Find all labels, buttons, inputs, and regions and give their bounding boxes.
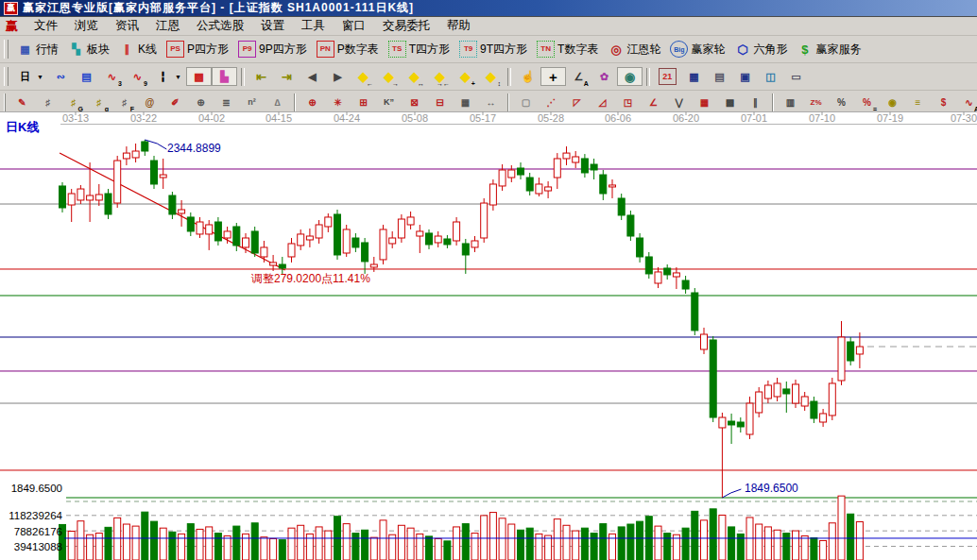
escape-box-tool[interactable]: ◳ xyxy=(615,93,641,111)
z-percent-tool[interactable]: Z% xyxy=(803,93,829,111)
candle xyxy=(746,397,753,439)
k-note-tool[interactable]: K” xyxy=(376,93,402,111)
gann-flower-button[interactable]: ✿ xyxy=(591,67,617,86)
stamp-tool[interactable]: ✐ xyxy=(163,93,188,111)
gann-grid-tool[interactable]: ♯ xyxy=(35,93,60,111)
menu-item-资讯[interactable]: 资讯 xyxy=(107,17,147,35)
sectors-button[interactable]: ▚板块 xyxy=(63,40,114,59)
network-button[interactable]: ◫ xyxy=(758,67,783,86)
shift-left-button[interactable]: ◆← xyxy=(351,67,376,86)
candle-style-dropdown[interactable]: ╏▼ xyxy=(150,67,186,86)
save-button[interactable]: ▣ xyxy=(732,67,758,86)
kline-chart-area[interactable]: 03-1303-2204-0204-1504-2405-0805-1705-28… xyxy=(0,111,977,560)
calculator-button[interactable]: ▦ xyxy=(681,67,707,86)
chips-button[interactable]: ▩ xyxy=(186,67,212,86)
t-square-button[interactable]: TST四方形 xyxy=(384,39,454,59)
percent-tool[interactable]: % xyxy=(829,93,854,111)
indicator-list-button[interactable]: ▤ xyxy=(74,67,99,86)
wave-band-tool[interactable]: ∿A xyxy=(956,93,977,111)
t-number-button[interactable]: TNT数字表 xyxy=(532,39,603,59)
fan-lines-tool[interactable]: ⋰ xyxy=(539,93,564,111)
menu-item-设置[interactable]: 设置 xyxy=(252,17,293,35)
toolbar-grip[interactable] xyxy=(4,40,9,59)
print-button[interactable]: ▭ xyxy=(783,67,809,86)
cycle-circle-tool[interactable]: ⊕ xyxy=(188,93,214,111)
zoom-in-h-button[interactable]: ◆→← xyxy=(427,67,453,86)
red-grid-box-tool[interactable]: ▦ xyxy=(692,93,717,111)
angle-a-tool[interactable]: ∆ xyxy=(265,93,290,111)
hexagon-button[interactable]: ⬡六角形 xyxy=(729,40,792,59)
menu-item-交易委托[interactable]: 交易委托 xyxy=(374,17,438,35)
toolbar-grip[interactable] xyxy=(4,67,9,86)
f-grid-tool[interactable]: ♯F xyxy=(111,93,137,111)
dark-grid-box-tool[interactable]: ▩ xyxy=(717,93,743,111)
menu-item-窗口[interactable]: 窗口 xyxy=(334,17,374,35)
zoom-out-button[interactable]: ◆+ xyxy=(453,67,478,86)
zoom-in-button[interactable]: ◆↕ xyxy=(478,67,504,86)
target-tool[interactable]: ⊕ xyxy=(300,93,325,111)
first-bar-button[interactable]: ⇤ xyxy=(249,67,274,86)
starburst-tool[interactable]: ✳ xyxy=(325,93,351,111)
wave-3-button[interactable]: ∿3 xyxy=(99,67,125,86)
last-bar-button[interactable]: ⇥ xyxy=(274,67,300,86)
volume-bar xyxy=(692,511,698,560)
gold-circle-tool[interactable]: ◉ xyxy=(880,93,905,111)
gann-wheel-button[interactable]: ◎江恩轮 xyxy=(603,40,665,59)
percent-line-tool[interactable]: %= xyxy=(854,93,880,111)
angle-lines-tool[interactable]: ∠ xyxy=(641,93,666,111)
menu-item-公式选股[interactable]: 公式选股 xyxy=(188,17,252,35)
win-grid-tool[interactable]: ⊟ xyxy=(427,93,453,111)
winner-service-button[interactable]: $赢家服务 xyxy=(792,40,866,59)
calendar-button[interactable]: 21 xyxy=(654,66,681,87)
kline-chart-canvas[interactable]: 03-1303-2204-0204-1504-2405-0805-1705-28… xyxy=(0,111,977,560)
width-arrows-tool[interactable]: ↔ xyxy=(478,93,504,111)
menu-item-工具[interactable]: 工具 xyxy=(293,17,334,35)
v-lines-tool[interactable]: ⋁ xyxy=(666,93,692,111)
notes-button[interactable]: ▤ xyxy=(707,67,732,86)
stats-tool[interactable]: ▥ xyxy=(778,93,803,111)
gold-grid-tool[interactable]: ♯G xyxy=(60,93,86,111)
parallel-lines-icon: ∥ xyxy=(747,95,763,110)
kline-button[interactable]: ∥K线 xyxy=(114,40,162,59)
fan-box2-tool[interactable]: ◿ xyxy=(590,93,615,111)
menu-item-浏览[interactable]: 浏览 xyxy=(66,17,107,35)
tn-box-icon: TN xyxy=(537,41,555,58)
winner-wheel-button[interactable]: Big赢家轮 xyxy=(665,39,729,59)
angle-measure-button[interactable]: ∠A xyxy=(566,67,591,86)
bars-tool[interactable]: ≣ xyxy=(214,93,239,111)
shen-grid-tool[interactable]: ⊠ xyxy=(402,93,427,111)
volume-bar xyxy=(169,532,176,560)
spiral-tool[interactable]: @ xyxy=(137,93,163,111)
menu-item-江恩[interactable]: 江恩 xyxy=(147,17,188,35)
t9-square-button[interactable]: T99T四方形 xyxy=(454,39,532,59)
gold-lines-tool[interactable]: ≡ xyxy=(905,93,931,111)
profile-button[interactable]: ▙ xyxy=(212,67,237,86)
pan-hand-button[interactable]: ☝ xyxy=(515,67,540,86)
p-number-button[interactable]: PNP数字表 xyxy=(312,39,384,59)
menu-item-文件[interactable]: 文件 xyxy=(26,17,66,35)
prev-bar-button[interactable]: ◀ xyxy=(300,67,325,86)
p-square-button[interactable]: PSP四方形 xyxy=(162,39,233,59)
mind-button[interactable]: ◉ xyxy=(617,67,643,86)
parallel-lines-tool[interactable]: ∥ xyxy=(743,93,768,111)
menu-item-帮助[interactable]: 帮助 xyxy=(438,17,479,35)
dense-grid-tool[interactable]: ▦ xyxy=(453,93,478,111)
brush-tool[interactable]: ✎ xyxy=(9,93,35,111)
shift-right-button[interactable]: ◆→ xyxy=(376,67,402,86)
zoom-out-h-button[interactable]: ◆↔ xyxy=(402,67,427,86)
gold-grid2-tool[interactable]: ♯g xyxy=(86,93,111,111)
web-grid-tool[interactable]: ⊞ xyxy=(351,93,376,111)
wave-9-button[interactable]: ∿9 xyxy=(125,67,150,86)
money-brush-tool[interactable]: $ xyxy=(931,93,956,111)
chart-layout-button[interactable]: ∾ xyxy=(48,67,74,86)
box-tool[interactable]: ▢ xyxy=(513,93,539,111)
window-title: 赢家江恩专业版[赢家内部服务平台] - [上证指数 SH1A0001-111日K… xyxy=(23,0,414,16)
next-bar-button[interactable]: ▶ xyxy=(325,67,351,86)
n2-tool[interactable]: n² xyxy=(239,93,265,111)
p9-square-button[interactable]: P99P四方形 xyxy=(233,39,312,59)
period-day-dropdown[interactable]: 日▼ xyxy=(12,67,48,86)
fan-box-tool[interactable]: ◸ xyxy=(564,93,590,111)
quotes-button[interactable]: ▦行情 xyxy=(12,40,63,59)
crosshair-button[interactable]: + xyxy=(540,67,566,86)
toolbar-grip[interactable] xyxy=(4,93,6,112)
